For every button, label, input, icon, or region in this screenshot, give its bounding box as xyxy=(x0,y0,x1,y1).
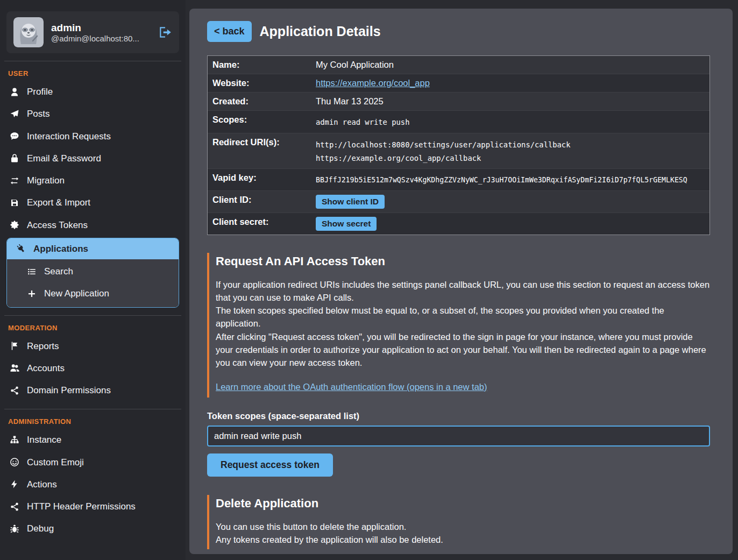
user-meta: admin @admin@localhost:80... xyxy=(51,22,139,44)
oauth-docs-link[interactable]: Learn more about the OAuth authenticatio… xyxy=(216,382,487,392)
bolt-icon xyxy=(9,479,20,489)
section-paragraph: You can use this button to delete the ap… xyxy=(216,520,710,533)
applications-subnav: Search New Application xyxy=(7,259,179,307)
sidebar-item-label: Applications xyxy=(33,243,88,254)
sidebar-item-label: Profile xyxy=(27,86,53,97)
section-paragraph: After clicking "Request access token", y… xyxy=(216,330,710,369)
sidebar-item-label: Reports xyxy=(27,341,59,352)
sidebar-item-label: Actions xyxy=(27,479,57,490)
sidebar-item-label: New Application xyxy=(44,288,109,299)
certificate-icon xyxy=(9,220,20,230)
redirect-uri-2: https://example.org/cool_app/callback xyxy=(316,152,570,165)
user-name: admin xyxy=(51,22,139,34)
sidebar-item-reports[interactable]: Reports xyxy=(0,335,186,357)
share-nodes-icon xyxy=(9,386,20,395)
sidebar-item-label: Interaction Requests xyxy=(27,131,111,142)
sidebar-item-label: Migration xyxy=(27,175,65,186)
request-access-token-button[interactable]: Request access token xyxy=(207,453,333,477)
application-details-table: Name: My Cool Application Website: https… xyxy=(207,55,710,235)
table-row-client-id: Client ID: Show client ID xyxy=(208,190,709,212)
sidebar-item-profile[interactable]: Profile xyxy=(0,81,186,103)
show-client-id-button[interactable]: Show client ID xyxy=(316,195,385,209)
user-icon xyxy=(9,87,20,97)
sidebar-item-label: Access Tokens xyxy=(27,219,88,231)
table-row-scopes: Scopes: admin read write push xyxy=(208,110,709,133)
user-handle: @admin@localhost:80... xyxy=(51,34,139,43)
sign-out-icon[interactable] xyxy=(158,25,172,39)
back-button[interactable]: < back xyxy=(207,21,252,42)
lock-icon xyxy=(9,153,20,163)
sidebar-item-posts[interactable]: Posts xyxy=(0,103,186,125)
sidebar-item-accounts[interactable]: Accounts xyxy=(0,357,186,379)
comment-dots-icon xyxy=(9,131,20,141)
table-row-website: Website: https://example.org/cool_app xyxy=(208,74,709,92)
bug-icon xyxy=(9,524,20,534)
applications-group: Applications Search New Application xyxy=(6,238,179,308)
sidebar-item-search[interactable]: Search xyxy=(7,260,179,282)
list-icon xyxy=(26,267,37,277)
floppy-disk-icon xyxy=(9,198,20,208)
section-paragraph: Any tokens created by the application wi… xyxy=(216,533,710,546)
plug-icon xyxy=(16,244,26,253)
sidebar-item-debug[interactable]: Debug xyxy=(0,518,186,540)
sidebar-item-custom-emoji[interactable]: Custom Emoji xyxy=(0,451,186,473)
row-label: Scopes: xyxy=(208,111,316,129)
paper-plane-icon xyxy=(9,109,20,119)
table-row-client-secret: Client secret: Show secret xyxy=(208,212,709,235)
sidebar-item-label: HTTP Header Permissions xyxy=(27,501,136,512)
sidebar-item-instance[interactable]: Instance xyxy=(0,429,186,451)
show-secret-button[interactable]: Show secret xyxy=(316,217,377,231)
sidebar-divider xyxy=(4,315,181,316)
sidebar: admin @admin@localhost:80... USER Profil… xyxy=(0,0,186,560)
sidebar-item-label: Export & Import xyxy=(27,197,90,208)
sidebar-divider xyxy=(4,61,181,61)
token-scopes-field: Token scopes (space-separated list) Requ… xyxy=(207,411,710,477)
table-row-vapid-key: Vapid key: BBJffJ219b5iE512m7wQSzv4KgKDh… xyxy=(208,168,709,190)
sidebar-item-new-application[interactable]: New Application xyxy=(7,282,179,304)
page-header: < back Application Details xyxy=(207,21,710,42)
plus-icon xyxy=(26,289,37,299)
sidebar-item-label: Debug xyxy=(27,523,54,534)
row-value: Thu Mar 13 2025 xyxy=(316,93,384,110)
page-title: Application Details xyxy=(260,24,381,39)
row-label: Redirect URI(s): xyxy=(208,133,316,151)
sidebar-item-interaction-requests[interactable]: Interaction Requests xyxy=(0,125,186,147)
row-label: Client secret: xyxy=(208,213,316,231)
row-value: BBJffJ219b5iE512m7wQSzv4KgKDhgZZVzNyWC_r… xyxy=(316,169,687,190)
sidebar-section-title-moderation: MODERATION xyxy=(8,324,186,332)
sidebar-item-http-header-permissions[interactable]: HTTP Header Permissions xyxy=(0,495,186,518)
flag-icon xyxy=(9,341,20,351)
sidebar-nav-administration: Instance Custom Emoji Actions HTTP Heade… xyxy=(0,429,186,540)
row-value: http://localhost:8080/settings/user/appl… xyxy=(316,133,570,169)
website-link[interactable]: https://example.org/cool_app xyxy=(316,78,430,88)
token-scopes-label: Token scopes (space-separated list) xyxy=(207,411,710,421)
sidebar-item-label: Posts xyxy=(27,108,50,119)
sidebar-item-domain-permissions[interactable]: Domain Permissions xyxy=(0,379,186,401)
token-scopes-input[interactable] xyxy=(207,426,710,446)
row-value: admin read write push xyxy=(316,111,409,133)
section-title: Request An API Access Token xyxy=(216,254,710,268)
sidebar-item-access-tokens[interactable]: Access Tokens xyxy=(0,214,186,236)
sidebar-item-label: Domain Permissions xyxy=(27,385,111,396)
request-token-section: Request An API Access Token If your appl… xyxy=(207,253,710,398)
sidebar-item-export-import[interactable]: Export & Import xyxy=(0,192,186,214)
users-icon xyxy=(9,363,20,373)
sidebar-item-label: Accounts xyxy=(27,363,65,374)
sidebar-divider xyxy=(4,409,181,409)
sitemap-icon xyxy=(9,435,20,445)
exchange-icon xyxy=(9,176,20,186)
row-label: Website: xyxy=(208,74,316,92)
sidebar-item-email-password[interactable]: Email & Password xyxy=(0,147,186,169)
sidebar-section-title-administration: ADMINISTRATION xyxy=(8,417,186,426)
row-label: Name: xyxy=(208,56,316,74)
sidebar-item-applications[interactable]: Applications xyxy=(7,238,179,259)
sidebar-item-migration[interactable]: Migration xyxy=(0,169,186,192)
app-root: admin @admin@localhost:80... USER Profil… xyxy=(0,0,738,560)
sidebar-item-actions[interactable]: Actions xyxy=(0,473,186,495)
user-card[interactable]: admin @admin@localhost:80... xyxy=(6,11,179,53)
sidebar-nav-moderation: Reports Accounts Domain Permissions xyxy=(0,335,186,402)
sidebar-item-label: Custom Emoji xyxy=(27,457,84,468)
section-paragraph: The token scopes specified below must be… xyxy=(216,304,710,330)
section-paragraph: If your application redirect URIs includ… xyxy=(216,278,710,304)
share-nodes-icon xyxy=(9,502,20,512)
